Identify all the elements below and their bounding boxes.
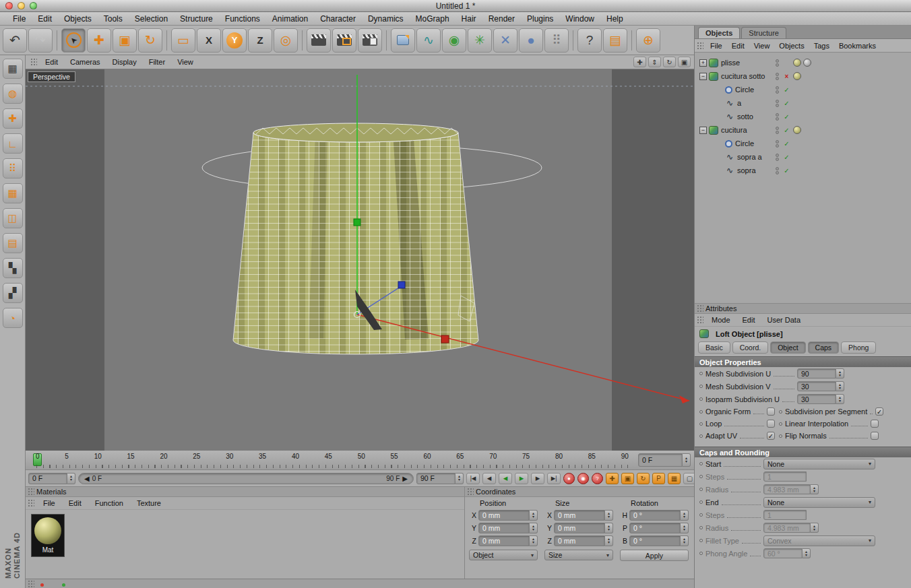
tab-object[interactable]: Object [770,341,805,354]
drag-grip-icon[interactable] [467,488,474,496]
anim-dot-icon[interactable] [699,500,703,504]
render-region-button[interactable] [332,28,356,53]
menu-item[interactable]: Animation [266,14,314,24]
stepper-arrows-icon[interactable]: ▴▾ [811,484,819,494]
viewport-menu-item[interactable]: Cameras [64,58,106,66]
enable-state-icon[interactable]: ✓ [782,113,791,121]
visibility-dots[interactable] [776,100,779,107]
palette-workplane-button[interactable]: ∟ [3,133,23,154]
rotate-tool-button[interactable]: ↻ [138,28,162,53]
tree-row[interactable]: ∿ a ✓ [695,96,911,110]
enable-state-icon[interactable]: ✓ [782,167,791,174]
visibility-dots[interactable] [776,127,779,134]
adapt-uv-checkbox[interactable] [767,432,775,440]
object-name[interactable]: a [737,99,741,107]
linear-interpolation-checkbox[interactable] [871,420,879,428]
command-manager-button[interactable]: ▤ [603,28,627,53]
object-name[interactable]: Circle [735,86,754,94]
tree-row[interactable]: ∿ sopra ✓ [695,164,911,177]
attr-menu-item[interactable]: User Data [761,316,807,324]
end-caps-dropdown[interactable]: None▾ [763,497,875,508]
zoom-window-button[interactable] [30,2,37,9]
viewport[interactable]: Perspective [26,69,694,451]
menu-item[interactable]: Dynamics [362,14,410,24]
material-tag[interactable] [793,126,801,134]
mesh-subdivision-u-field[interactable]: 90 [797,368,836,379]
render-view-button[interactable] [307,28,331,53]
palette-axis-button[interactable]: ✚ [3,108,23,129]
rotation-p-field[interactable]: 0 °▴▾ [629,523,689,533]
apply-button[interactable]: Apply [620,550,689,561]
tree-row[interactable]: Circle ✓ [695,137,911,150]
orbit-view-icon[interactable]: ↻ [663,57,676,67]
subdivision-per-segment-checkbox[interactable] [875,407,883,416]
drag-grip-icon[interactable] [697,316,703,324]
start-radius-field[interactable]: 4.983 mm [763,484,811,494]
anim-dot-icon[interactable] [699,488,703,491]
loop-checkbox[interactable] [767,420,775,428]
visibility-dots[interactable] [776,167,779,174]
isoparm-subdivision-u-field[interactable]: 30 [797,394,836,404]
timeline-ruler[interactable]: 0 5 10 15 20 25 30 35 40 45 50 55 [26,451,694,470]
stepper-arrows-icon[interactable]: ▴▾ [683,453,691,467]
materials-menu-item[interactable]: Edit [62,499,88,507]
material-tag[interactable] [793,59,801,67]
palette-split-layout-button[interactable]: ◫ [3,208,23,228]
play-forward-button[interactable]: ▶ [515,473,528,484]
pan-view-icon[interactable]: ✚ [633,57,646,67]
scale-tool-button[interactable]: ▣ [113,28,137,53]
disabled-state-icon[interactable]: × [782,73,791,80]
size-y-field[interactable]: 0 mm▴▾ [554,523,613,533]
drag-grip-icon[interactable] [697,304,703,313]
palette-layout-button[interactable]: ▦ [3,59,23,79]
rotation-b-field[interactable]: 0 °▴▾ [629,535,689,546]
enable-state-icon[interactable]: ✓ [782,86,791,94]
anim-dot-icon[interactable] [699,462,703,465]
om-menu-item[interactable]: File [705,42,727,50]
om-menu-item[interactable]: View [749,42,775,50]
viewport-canvas[interactable] [26,69,694,451]
stepper-arrows-icon[interactable]: ▴▾ [836,381,844,391]
material-item[interactable]: Mat [31,514,65,557]
prev-frame-button[interactable]: ◀ [482,473,496,484]
object-name[interactable]: Circle [735,139,754,148]
tree-row[interactable]: ∿ sotto ✓ [695,110,911,123]
position-z-field[interactable]: 0 mm▴▾ [478,535,538,546]
tab-coord[interactable]: Coord. [732,341,769,354]
size-mode-dropdown[interactable]: Size▾ [544,550,613,560]
visibility-dots[interactable] [776,73,779,80]
tree-row[interactable]: − cucitura ✓ [695,123,911,137]
drag-grip-icon[interactable] [28,488,34,496]
dolly-view-icon[interactable]: ⇕ [648,57,661,67]
menu-item[interactable]: File [7,14,32,24]
stepper-arrows-icon[interactable]: ▴▾ [803,548,811,558]
anim-dot-icon[interactable] [779,410,782,414]
menu-item[interactable]: Edit [32,14,58,24]
anim-dot-icon[interactable] [699,434,703,438]
materials-menu-item[interactable]: Function [88,499,130,507]
palette-grid-layout-button[interactable]: ▦ [3,183,23,203]
enable-state-icon[interactable]: ✓ [782,100,791,107]
anim-dot-icon[interactable] [699,372,703,375]
menu-item[interactable]: Structure [174,14,219,24]
tree-row[interactable]: − cucitura sotto × [695,69,911,83]
stepper-arrows-icon[interactable]: ▴▾ [681,510,689,521]
add-particles-button[interactable]: ⠿ [544,28,569,53]
drag-grip-icon[interactable] [28,499,34,507]
menu-item[interactable]: Objects [58,14,98,24]
om-menu-item[interactable]: Edit [727,42,749,50]
palette-stack-layout-button[interactable]: ▤ [3,233,23,253]
add-spline-button[interactable]: ∿ [416,28,441,53]
visibility-dots[interactable] [776,59,779,67]
visibility-dots[interactable] [776,86,779,94]
help-button[interactable]: ? [577,28,602,53]
frame-value[interactable]: 90 F [416,473,456,484]
next-frame-button[interactable]: ▶ [531,473,544,484]
size-x-field[interactable]: 0 mm▴▾ [554,510,613,521]
anim-dot-icon[interactable] [699,422,703,426]
texture-tag[interactable] [803,59,811,67]
expander-icon[interactable]: + [699,59,707,67]
tab-basic[interactable]: Basic [698,341,730,354]
tab-objects[interactable]: Objects [698,27,740,38]
globe-button[interactable]: ⊕ [636,28,660,53]
